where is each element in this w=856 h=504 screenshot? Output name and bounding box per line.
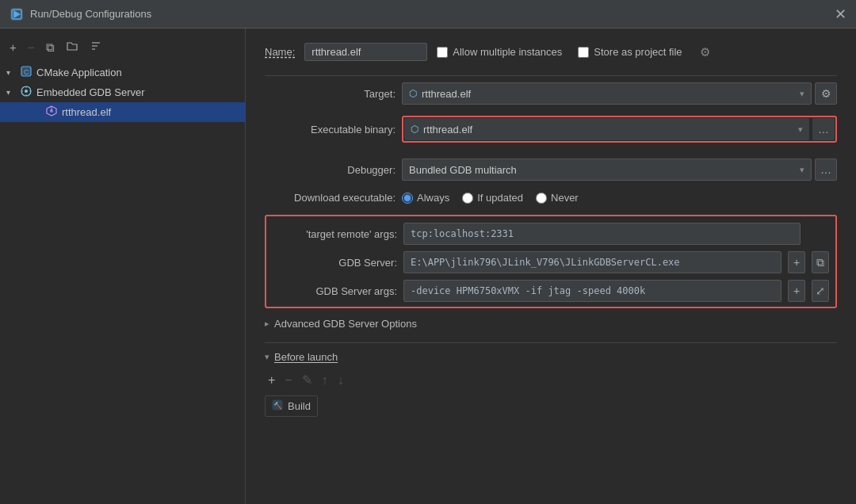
gdb-server-args-add-button[interactable]: +	[788, 280, 805, 302]
embedded-expand-arrow: ▾	[6, 88, 16, 97]
before-launch-section: ▾ Before launch + − ✎ ↑ ↓ 🔨 Build	[265, 342, 837, 417]
target-gear-button[interactable]: ⚙	[815, 82, 837, 105]
launch-add-button[interactable]: +	[265, 371, 278, 389]
gdb-server-value: E:\APP\jlink796\JLink_V796\JLinkGDBServe…	[411, 257, 680, 268]
gdb-server-row: GDB Server: E:\APP\jlink796\JLink_V796\J…	[266, 251, 829, 273]
embedded-group-label: Embedded GDB Server	[36, 86, 145, 98]
radio-if-updated-item[interactable]: If updated	[462, 192, 523, 204]
elf-item-label: rtthread.elf	[62, 106, 111, 118]
name-label: Name:	[265, 46, 295, 58]
radio-never-label: Never	[551, 192, 579, 204]
target-row: Target: ⬡ rtthread.elf ▾ ⚙	[265, 82, 837, 105]
build-icon: 🔨	[272, 399, 283, 413]
gdb-server-copy-button[interactable]: ⧉	[812, 251, 829, 273]
elf-icon	[44, 105, 59, 120]
advanced-arrow-icon: ▸	[265, 319, 269, 329]
cmake-group-item[interactable]: ▾ C CMake Application	[0, 63, 245, 82]
svg-text:C: C	[24, 68, 29, 76]
folder-config-button[interactable]	[63, 38, 82, 56]
name-input[interactable]	[304, 43, 427, 61]
name-row: Name: Allow multiple instances Store as …	[265, 43, 837, 61]
advanced-section-label: Advanced GDB Server Options	[274, 318, 417, 330]
executable-icon: ⬡	[411, 124, 418, 135]
radio-if-updated[interactable]	[462, 193, 473, 204]
gdb-server-add-button[interactable]: +	[788, 251, 805, 273]
store-as-project-file-checkbox[interactable]	[578, 47, 589, 58]
close-button[interactable]: ✕	[835, 6, 846, 23]
radio-never-item[interactable]: Never	[536, 192, 579, 204]
target-select-wrapper: ⬡ rtthread.elf ▾ ⚙	[402, 82, 837, 105]
sort-config-button[interactable]	[86, 38, 105, 56]
cmake-icon: C	[19, 65, 33, 80]
advanced-section-toggle[interactable]: ▸ Advanced GDB Server Options	[265, 318, 837, 330]
debugger-row: Debugger: Bundled GDB multiarch ▾ …	[265, 158, 837, 181]
allow-multiple-instances-checkbox-item[interactable]: Allow multiple instances	[437, 46, 562, 58]
allow-multiple-instances-label: Allow multiple instances	[453, 46, 562, 58]
gdb-server-args-expand-button[interactable]: ⤢	[812, 280, 829, 302]
build-item[interactable]: 🔨 Build	[265, 395, 318, 417]
left-toolbar: + − ⧉	[0, 35, 245, 63]
debugger-wrapper: Bundled GDB multiarch ▾ …	[402, 158, 837, 181]
target-select[interactable]: ⬡ rtthread.elf ▾	[402, 82, 812, 105]
target-select-value: rtthread.elf	[422, 88, 471, 100]
before-launch-header: ▾ Before launch	[265, 351, 837, 363]
embedded-group-item[interactable]: ▾ Embedded GDB Server	[0, 82, 245, 102]
launch-remove-button[interactable]: −	[281, 371, 295, 389]
highlighted-section: 'target remote' args: GDB Server: E:\APP…	[265, 215, 837, 308]
executable-binary-content: ⬡ rtthread.elf	[411, 124, 472, 136]
executable-chevron-icon: ▾	[798, 124, 803, 135]
title-bar-left: Run/Debug Configurations	[10, 7, 151, 21]
target-remote-args-row: 'target remote' args:	[266, 223, 829, 245]
debugger-value: Bundled GDB multiarch	[409, 164, 517, 176]
main-layout: + − ⧉ ▾ C	[0, 29, 856, 504]
launch-edit-button[interactable]: ✎	[299, 371, 315, 389]
allow-multiple-instances-checkbox[interactable]	[437, 47, 448, 58]
executable-binary-wrapper: ⬡ rtthread.elf ▾ …	[402, 116, 837, 143]
launch-toolbar: + − ✎ ↑ ↓	[265, 371, 837, 389]
separator-1	[265, 75, 837, 76]
gdb-server-input[interactable]: E:\APP\jlink796\JLink_V796\JLinkGDBServe…	[403, 251, 781, 273]
executable-binary-value: rtthread.elf	[423, 124, 472, 136]
launch-up-button[interactable]: ↑	[319, 371, 331, 389]
radio-always[interactable]	[402, 193, 413, 204]
radio-never[interactable]	[536, 193, 547, 204]
remove-config-button[interactable]: −	[25, 39, 38, 55]
target-remote-args-label: 'target remote' args:	[266, 228, 397, 240]
svg-point-17	[50, 109, 53, 113]
svg-point-10	[25, 90, 28, 93]
executable-binary-select[interactable]: ⬡ rtthread.elf ▾	[404, 118, 809, 140]
debugger-label: Debugger:	[265, 164, 396, 176]
target-select-icon: ⬡	[409, 88, 417, 99]
radio-always-item[interactable]: Always	[402, 192, 449, 204]
add-config-button[interactable]: +	[6, 39, 20, 55]
debugger-select-content: Bundled GDB multiarch	[409, 164, 517, 176]
gdb-server-args-input[interactable]: -device HPM6750xVMX -if jtag -speed 4000…	[403, 280, 781, 302]
settings-gear-button[interactable]: ⚙	[698, 44, 712, 61]
build-item-label: Build	[288, 400, 311, 412]
download-executable-label: Download executable:	[265, 192, 396, 204]
title-bar: Run/Debug Configurations ✕	[0, 0, 856, 29]
executable-ellipsis-button[interactable]: …	[812, 118, 835, 140]
gdb-server-args-label: GDB Server args:	[266, 285, 397, 297]
copy-config-button[interactable]: ⧉	[43, 39, 58, 56]
app-icon	[10, 7, 24, 21]
store-as-project-file-label: Store as project file	[594, 46, 682, 58]
launch-down-button[interactable]: ↓	[334, 371, 347, 389]
before-launch-label: Before launch	[274, 351, 338, 363]
store-as-project-file-checkbox-item[interactable]: Store as project file	[578, 46, 682, 58]
elf-tree-item[interactable]: ▾ rtthread.elf	[0, 102, 245, 122]
download-executable-row: Download executable: Always If updated N…	[265, 192, 837, 204]
right-panel: Name: Allow multiple instances Store as …	[246, 29, 856, 504]
embedded-icon	[19, 85, 33, 100]
left-panel: + − ⧉ ▾ C	[0, 29, 246, 504]
checkbox-group: Allow multiple instances Store as projec…	[437, 44, 711, 61]
debugger-ellipsis-button[interactable]: …	[815, 158, 837, 181]
cmake-group-label: CMake Application	[36, 67, 122, 78]
debugger-select[interactable]: Bundled GDB multiarch ▾	[402, 158, 812, 181]
target-remote-args-input[interactable]	[403, 223, 801, 245]
gdb-server-label: GDB Server:	[266, 257, 397, 269]
gdb-server-args-row: GDB Server args: -device HPM6750xVMX -if…	[266, 280, 829, 302]
gdb-server-args-value: -device HPM6750xVMX -if jtag -speed 4000…	[411, 285, 645, 296]
debugger-chevron-icon: ▾	[800, 165, 804, 175]
radio-if-updated-label: If updated	[477, 192, 523, 204]
